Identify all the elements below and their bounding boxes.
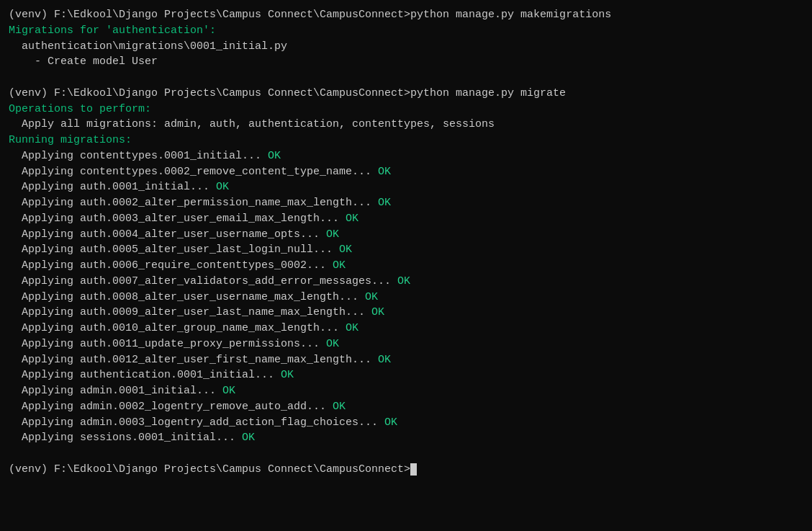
terminal-line: Operations to perform: — [9, 102, 803, 117]
terminal-line: Applying authentication.0001_initial... … — [9, 367, 803, 383]
terminal-line: Applying admin.0001_initial... OK — [9, 383, 803, 399]
terminal-line: Applying auth.0007_alter_validators_add_… — [9, 274, 803, 290]
terminal-line: Applying auth.0005_alter_user_last_login… — [9, 242, 803, 258]
terminal-line: Applying auth.0009_alter_user_last_name_… — [9, 305, 803, 321]
terminal-line: Applying contenttypes.0002_remove_conten… — [9, 164, 803, 180]
terminal-line: Applying auth.0011_update_proxy_permissi… — [9, 336, 803, 352]
terminal-line: (venv) F:\Edkool\Django Projects\Campus … — [9, 462, 803, 478]
terminal-line: - Create model User — [9, 54, 803, 70]
terminal-line: Applying auth.0004_alter_user_username_o… — [9, 227, 803, 243]
terminal-line: Applying auth.0001_initial... OK — [9, 179, 803, 195]
terminal-line — [9, 446, 803, 462]
terminal-line: Applying auth.0003_alter_user_email_max_… — [9, 211, 803, 227]
terminal-line: (venv) F:\Edkool\Django Projects\Campus … — [9, 86, 803, 102]
terminal-line: Applying admin.0003_logentry_add_action_… — [9, 415, 803, 431]
terminal-line: Applying auth.0012_alter_user_first_name… — [9, 352, 803, 368]
terminal-line: Apply all migrations: admin, auth, authe… — [9, 117, 803, 133]
terminal-line: Applying auth.0002_alter_permission_name… — [9, 195, 803, 211]
terminal-line: Applying sessions.0001_initial... OK — [9, 430, 803, 446]
terminal-line: Applying auth.0008_alter_user_username_m… — [9, 290, 803, 305]
terminal-line: Applying auth.0006_require_contenttypes_… — [9, 258, 803, 274]
terminal-line: Applying contenttypes.0001_initial... OK — [9, 148, 803, 164]
terminal-line — [9, 70, 803, 86]
terminal-line: (venv) F:\Edkool\Django Projects\Campus … — [9, 7, 803, 23]
terminal-line: Applying admin.0002_logentry_remove_auto… — [9, 399, 803, 415]
terminal-line: Running migrations: — [9, 133, 803, 148]
terminal-line: Migrations for 'authentication': — [9, 23, 803, 39]
terminal-window: (venv) F:\Edkool\Django Projects\Campus … — [0, 0, 812, 531]
terminal-line: authentication\migrations\0001_initial.p… — [9, 39, 803, 55]
terminal-line: Applying auth.0010_alter_group_name_max_… — [9, 321, 803, 336]
